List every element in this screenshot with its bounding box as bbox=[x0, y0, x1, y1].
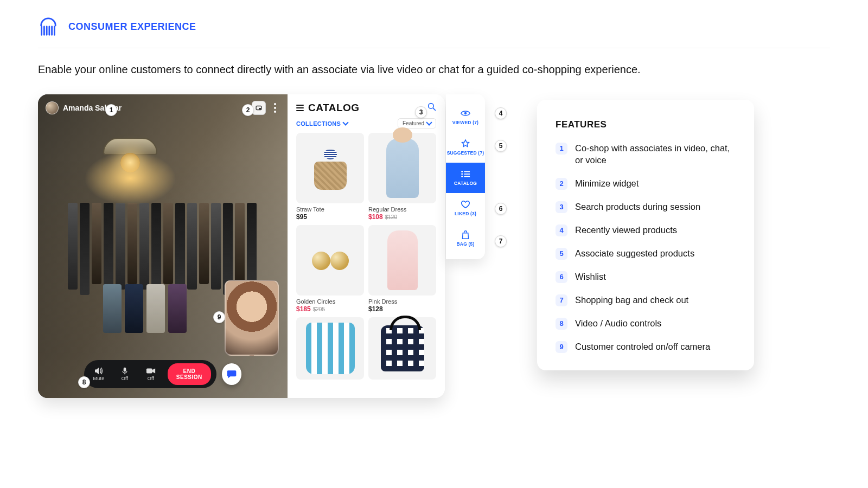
annotation-badge-8: 8 bbox=[78, 376, 90, 388]
rail-label: BAG (5) bbox=[456, 241, 474, 247]
brand-logo-icon bbox=[38, 16, 59, 37]
feature-number: 2 bbox=[556, 178, 567, 190]
product-name: Straw Tote bbox=[296, 206, 364, 213]
product-card[interactable]: Pink Dress $128 bbox=[368, 225, 436, 313]
rail-bag[interactable]: BAG (5) bbox=[446, 223, 485, 254]
feature-number: 9 bbox=[556, 341, 567, 353]
star-icon bbox=[461, 139, 470, 148]
feature-text: Co-shop with associates in video, chat, … bbox=[575, 142, 736, 166]
product-card[interactable]: Straw Tote $95 bbox=[296, 133, 364, 221]
svg-rect-9 bbox=[146, 369, 152, 374]
rail-liked[interactable]: LIKED (3) bbox=[446, 193, 485, 223]
feature-number: 7 bbox=[556, 294, 567, 306]
collections-dropdown[interactable]: COLLECTIONS bbox=[296, 120, 348, 127]
svg-rect-7 bbox=[259, 108, 261, 110]
chevron-down-icon bbox=[342, 119, 348, 125]
catalog-panel: CATALOG COLLECTIONS Featured bbox=[288, 94, 445, 398]
video-controls: Mute Off Off END SESSION bbox=[84, 360, 241, 388]
mic-state: Off bbox=[122, 376, 129, 381]
bag-icon bbox=[461, 230, 470, 239]
product-price: $95 bbox=[296, 213, 364, 221]
speaker-icon bbox=[94, 367, 104, 375]
heart-icon bbox=[461, 200, 470, 209]
svg-point-13 bbox=[461, 171, 463, 172]
feature-item: 1Co-shop with associates in video, chat,… bbox=[556, 142, 736, 166]
product-card[interactable] bbox=[296, 317, 364, 380]
microphone-button[interactable]: Off bbox=[116, 367, 134, 381]
annotation-badge-4: 4 bbox=[495, 107, 507, 119]
feature-number: 3 bbox=[556, 201, 567, 213]
rail-catalog[interactable]: CATALOG bbox=[446, 163, 485, 193]
svg-rect-16 bbox=[464, 174, 470, 175]
feature-text: Associate suggested products bbox=[575, 247, 694, 259]
search-button[interactable] bbox=[427, 102, 436, 113]
product-card[interactable]: Regular Dress $108$120 bbox=[368, 133, 436, 221]
eye-icon bbox=[461, 109, 470, 118]
svg-point-17 bbox=[461, 176, 463, 177]
features-card: FEATURES 1Co-shop with associates in vid… bbox=[537, 100, 754, 370]
annotation-badge-3: 3 bbox=[415, 106, 427, 118]
product-card[interactable]: Golden Circles $185$205 bbox=[296, 225, 364, 313]
rail-label: CATALOG bbox=[454, 181, 477, 186]
feature-item: 5Associate suggested products bbox=[556, 247, 736, 260]
avatar bbox=[46, 101, 59, 114]
sort-label: Featured bbox=[403, 120, 424, 126]
feature-item: 4Recently viewed products bbox=[556, 224, 736, 236]
svg-point-10 bbox=[429, 104, 434, 109]
end-session-button[interactable]: END SESSION bbox=[168, 363, 211, 385]
list-icon bbox=[461, 170, 470, 178]
self-camera-thumbnail[interactable] bbox=[225, 280, 279, 356]
camera-icon bbox=[146, 367, 156, 375]
features-title: FEATURES bbox=[556, 119, 736, 130]
product-card[interactable] bbox=[368, 317, 436, 380]
annotation-badge-6: 6 bbox=[495, 203, 507, 215]
svg-point-15 bbox=[461, 174, 463, 175]
feature-item: 2Minimize widget bbox=[556, 177, 736, 190]
intro-text: Enable your online customers to connect … bbox=[38, 63, 830, 76]
product-price: $185$205 bbox=[296, 305, 364, 313]
product-name: Regular Dress bbox=[368, 206, 436, 213]
feature-text: Recently viewed products bbox=[575, 224, 677, 236]
feature-number: 8 bbox=[556, 318, 567, 330]
feature-text: Minimize widget bbox=[575, 177, 639, 189]
side-rail: VIEWED (7) SUGGESTED (7) CATALOG LIKED (… bbox=[446, 94, 485, 259]
rail-viewed[interactable]: VIEWED (7) bbox=[446, 102, 485, 132]
feature-number: 5 bbox=[556, 248, 567, 260]
product-price: $108$120 bbox=[368, 213, 436, 221]
collections-label: COLLECTIONS bbox=[296, 120, 341, 127]
feature-text: Wishlist bbox=[575, 271, 606, 282]
feature-text: Search products during session bbox=[575, 201, 700, 213]
feature-item: 7Shopping bag and check out bbox=[556, 294, 736, 306]
rail-label: VIEWED (7) bbox=[452, 120, 478, 125]
feature-item: 6Wishlist bbox=[556, 271, 736, 283]
feature-text: Video / Audio controls bbox=[575, 317, 661, 329]
svg-rect-14 bbox=[464, 171, 470, 172]
catalog-title: CATALOG bbox=[296, 102, 360, 114]
more-menu-button[interactable] bbox=[270, 101, 280, 115]
svg-rect-8 bbox=[124, 368, 126, 372]
rail-label: SUGGESTED (7) bbox=[447, 150, 484, 156]
feature-text: Shopping bag and check out bbox=[575, 294, 688, 306]
feature-item: 8Video / Audio controls bbox=[556, 317, 736, 330]
video-state: Off bbox=[148, 376, 155, 381]
minimize-widget-button[interactable] bbox=[252, 101, 266, 115]
mute-button[interactable]: Mute bbox=[90, 367, 108, 381]
svg-point-12 bbox=[464, 112, 467, 115]
feature-text: Customer controled on/off camera bbox=[575, 341, 710, 352]
rail-suggested[interactable]: SUGGESTED (7) bbox=[446, 132, 485, 163]
microphone-icon bbox=[120, 367, 130, 375]
chat-button[interactable] bbox=[222, 363, 241, 385]
camera-button[interactable]: Off bbox=[142, 367, 160, 381]
catalog-title-text: CATALOG bbox=[308, 102, 360, 114]
annotation-badge-2: 2 bbox=[242, 104, 254, 116]
feature-number: 1 bbox=[556, 143, 567, 155]
annotation-badge-1: 1 bbox=[105, 104, 117, 116]
product-price: $128 bbox=[368, 305, 436, 313]
product-name: Golden Circles bbox=[296, 298, 364, 305]
product-name: Pink Dress bbox=[368, 298, 436, 305]
annotation-badge-7: 7 bbox=[495, 235, 507, 247]
svg-rect-18 bbox=[464, 176, 470, 177]
feature-item: 3Search products during session bbox=[556, 201, 736, 213]
video-pane: Amanda Salazar bbox=[38, 94, 288, 398]
feature-item: 9Customer controled on/off camera bbox=[556, 341, 736, 353]
